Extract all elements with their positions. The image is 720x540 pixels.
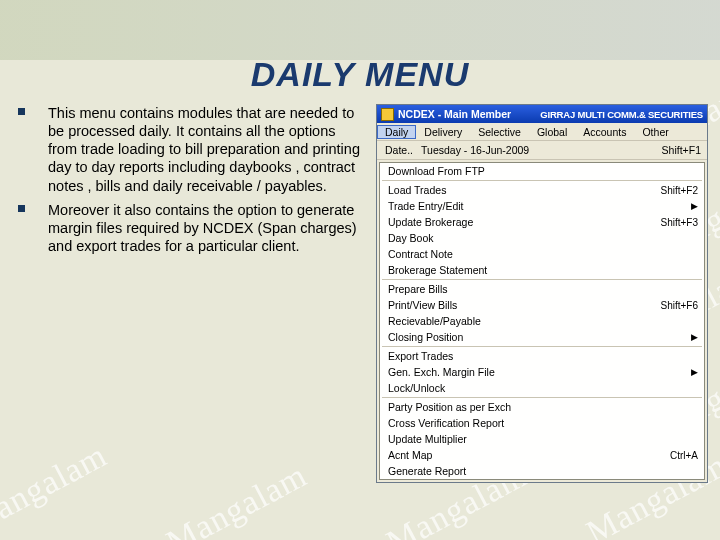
menu-item-label: Update Multiplier <box>388 433 467 445</box>
menu-separator <box>382 346 702 347</box>
menu-accounts[interactable]: Accounts <box>575 125 634 139</box>
bullet-text: This menu contains modules that are need… <box>48 104 363 195</box>
date-shortcut: Shift+F1 <box>662 144 701 156</box>
menu-item-label: Lock/Unlock <box>388 382 445 394</box>
menu-item-label: Generate Report <box>388 465 466 477</box>
daily-dropdown: Download From FTPLoad TradesShift+F2Trad… <box>379 162 705 480</box>
menu-item[interactable]: Print/View BillsShift+F6 <box>380 297 704 313</box>
menu-item-shortcut: Shift+F3 <box>660 217 698 228</box>
menu-item-label: Print/View Bills <box>388 299 457 311</box>
menu-item[interactable]: Acnt MapCtrl+A <box>380 447 704 463</box>
menu-item[interactable]: Trade Entry/Edit▶ <box>380 198 704 214</box>
menu-item-label: Closing Position <box>388 331 463 343</box>
menu-item[interactable]: Update Multiplier <box>380 431 704 447</box>
menu-item[interactable]: Brokerage Statement <box>380 262 704 278</box>
date-toolbar: Date.. Tuesday - 16-Jun-2009 Shift+F1 <box>377 141 707 160</box>
menu-item[interactable]: Export Trades <box>380 348 704 364</box>
menu-item[interactable]: Day Book <box>380 230 704 246</box>
menu-global[interactable]: Global <box>529 125 575 139</box>
menu-separator <box>382 397 702 398</box>
chevron-right-icon: ▶ <box>691 332 698 342</box>
chevron-right-icon: ▶ <box>691 367 698 377</box>
menubar: Daily Delivery Selective Global Accounts… <box>377 123 707 141</box>
menu-item-label: Acnt Map <box>388 449 432 461</box>
menu-item-label: Download From FTP <box>388 165 485 177</box>
menu-separator <box>382 279 702 280</box>
menu-item[interactable]: Lock/Unlock <box>380 380 704 396</box>
menu-item[interactable]: Cross Verification Report <box>380 415 704 431</box>
menu-item-shortcut: Shift+F6 <box>660 300 698 311</box>
menu-separator <box>382 180 702 181</box>
square-bullet-icon <box>18 205 36 255</box>
bullet-list: This menu contains modules that are need… <box>18 104 363 483</box>
date-label: Date.. <box>385 144 413 156</box>
menu-item-shortcut: Shift+F2 <box>660 185 698 196</box>
list-item: Moreover it also contains the option to … <box>18 201 363 255</box>
menu-item-label: Contract Note <box>388 248 453 260</box>
square-bullet-icon <box>18 108 36 195</box>
menu-item-label: Trade Entry/Edit <box>388 200 463 212</box>
date-value: Tuesday - 16-Jun-2009 <box>421 144 529 156</box>
menu-other[interactable]: Other <box>634 125 676 139</box>
app-icon <box>381 108 394 121</box>
bg-decoration <box>0 0 720 60</box>
menu-item-label: Export Trades <box>388 350 453 362</box>
menu-item[interactable]: Recievable/Payable <box>380 313 704 329</box>
menu-item-label: Party Position as per Exch <box>388 401 511 413</box>
menu-item-label: Update Brokerage <box>388 216 473 228</box>
menu-item[interactable]: Update BrokerageShift+F3 <box>380 214 704 230</box>
menu-item-label: Brokerage Statement <box>388 264 487 276</box>
menu-item[interactable]: Download From FTP <box>380 163 704 179</box>
menu-item[interactable]: Generate Report <box>380 463 704 479</box>
menu-item-shortcut: Ctrl+A <box>670 450 698 461</box>
menu-item[interactable]: Prepare Bills <box>380 281 704 297</box>
menu-item[interactable]: Load TradesShift+F2 <box>380 182 704 198</box>
menu-item-label: Recievable/Payable <box>388 315 481 327</box>
menu-item-label: Prepare Bills <box>388 283 448 295</box>
window-title-left: NCDEX - Main Member <box>398 108 511 120</box>
menu-daily[interactable]: Daily <box>377 125 416 139</box>
menu-item[interactable]: Contract Note <box>380 246 704 262</box>
menu-item-label: Day Book <box>388 232 434 244</box>
menu-delivery[interactable]: Delivery <box>416 125 470 139</box>
bullet-text: Moreover it also contains the option to … <box>48 201 363 255</box>
menu-item-label: Load Trades <box>388 184 446 196</box>
menu-selective[interactable]: Selective <box>470 125 529 139</box>
menu-item[interactable]: Gen. Exch. Margin File▶ <box>380 364 704 380</box>
menu-item[interactable]: Closing Position▶ <box>380 329 704 345</box>
menu-item-label: Cross Verification Report <box>388 417 504 429</box>
app-window: NCDEX - Main Member GIRRAJ MULTI COMM.& … <box>376 104 708 483</box>
chevron-right-icon: ▶ <box>691 201 698 211</box>
window-title-right: GIRRAJ MULTI COMM.& SECURITIES <box>540 109 703 120</box>
menu-item-label: Gen. Exch. Margin File <box>388 366 495 378</box>
titlebar: NCDEX - Main Member GIRRAJ MULTI COMM.& … <box>377 105 707 123</box>
content-row: This menu contains modules that are need… <box>0 94 720 483</box>
list-item: This menu contains modules that are need… <box>18 104 363 195</box>
menu-item[interactable]: Party Position as per Exch <box>380 399 704 415</box>
